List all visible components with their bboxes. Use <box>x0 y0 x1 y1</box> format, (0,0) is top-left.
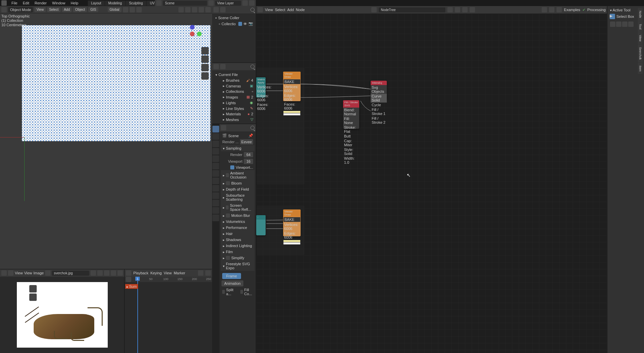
simplify-section[interactable]: ▸ Simplify <box>221 255 255 261</box>
shading-wireframe-icon[interactable] <box>185 7 191 12</box>
file-menu[interactable]: File <box>9 1 20 5</box>
view-menu[interactable]: View <box>34 7 46 12</box>
shield-icon[interactable] <box>447 7 453 12</box>
pivot-icon[interactable] <box>123 7 128 12</box>
intersect-node[interactable]: IntersEq Svg Objects Curve Solid Cycle F… <box>371 81 387 99</box>
collection-item[interactable]: ▫ Collectio 👁 📷 <box>213 21 255 27</box>
overlay-icon[interactable] <box>178 7 184 12</box>
timeline-search-icon[interactable] <box>126 277 131 282</box>
side-tab-sverchok[interactable]: Sverchok <box>638 44 643 63</box>
image-view2-menu[interactable]: View <box>24 271 32 275</box>
outliner-display-mode-icon[interactable] <box>220 7 226 12</box>
node-select-menu[interactable]: Select <box>275 8 285 12</box>
ao-checkbox[interactable] <box>226 173 229 177</box>
fill-stroke-node[interactable]: Fill / Stroke SVG Blend: Normal Fill: No… <box>343 100 359 129</box>
mode-intersect-icon[interactable] <box>628 22 634 27</box>
mesh-grid-object[interactable] <box>22 25 210 141</box>
image-editor-type-icon[interactable] <box>1 270 7 276</box>
sampling-section[interactable]: ▾ Sampling <box>221 145 255 151</box>
timeline-track[interactable]: 50 100 150 200 250 ▸ Sum <box>125 277 212 353</box>
node-canvas[interactable]: Matrix Apply Vertices: 6006 Edges: 6006 … <box>256 13 607 353</box>
scene-properties-tab[interactable] <box>212 148 219 155</box>
image-users-icon[interactable] <box>91 270 96 276</box>
perspective-icon[interactable] <box>201 72 209 80</box>
fill-checkbox[interactable] <box>240 290 243 294</box>
render-menu[interactable]: Render <box>32 1 49 5</box>
film-section[interactable]: ▸ Film <box>221 249 255 255</box>
search-icon[interactable] <box>250 65 255 69</box>
nodetree-unlink-button[interactable] <box>462 7 468 12</box>
keying-menu[interactable]: Keying <box>150 271 162 275</box>
hair-section[interactable]: ▸ Hair <box>221 231 255 237</box>
image-new-button[interactable] <box>97 270 103 276</box>
edit-menu[interactable]: Edit <box>20 1 32 5</box>
image-zoom-icon[interactable] <box>29 285 37 292</box>
viewlayer-properties-tab[interactable] <box>212 141 219 147</box>
image-unlink-button[interactable] <box>111 270 116 276</box>
images-item[interactable]: ▸ Images ▦2 <box>213 94 255 100</box>
linestyles-item[interactable]: ▸ Line Styles ✎ <box>213 106 255 111</box>
summary-marker[interactable]: ▸ Sum <box>125 284 138 289</box>
freestyle-section[interactable]: ▾ Freestyle SVG Expo <box>221 261 255 271</box>
collections-item[interactable]: ▸ Collections ▫ <box>213 89 255 94</box>
meshes-item[interactable]: ▸ Meshes ▽ <box>213 117 255 122</box>
window-menu[interactable]: Window <box>49 1 68 5</box>
mode-select[interactable]: Object Mode <box>8 7 33 12</box>
eye-icon[interactable]: 👁 <box>243 22 247 26</box>
shading-rendered-icon[interactable] <box>205 7 211 12</box>
editor-type-icon[interactable] <box>1 7 7 12</box>
motion-blur-section[interactable]: ▸ Motion Blur <box>221 212 255 219</box>
snap-icon[interactable] <box>130 7 135 12</box>
search-icon[interactable] <box>250 126 255 130</box>
workspace-tab-modeling[interactable]: Modeling <box>105 1 126 6</box>
examples-menu[interactable]: Examples <box>564 8 580 12</box>
node-option3-icon[interactable] <box>556 7 562 12</box>
image-viewport[interactable] <box>0 277 124 353</box>
node-option2-icon[interactable] <box>549 7 554 12</box>
image-browse-icon[interactable] <box>45 270 50 276</box>
bloom-checkbox[interactable] <box>226 181 230 185</box>
split-checkbox[interactable] <box>222 290 225 294</box>
current-file-item[interactable]: ▾ Current File <box>213 72 255 78</box>
scene-collection-item[interactable]: ▪ Scene Coller <box>213 15 255 21</box>
side-tab-tool[interactable]: Tool <box>638 21 643 32</box>
image-filename-input[interactable]: sverchok.jpg <box>52 271 89 276</box>
render-samples-input[interactable]: 64 <box>244 152 253 157</box>
camera-render-icon[interactable]: 📷 <box>248 22 253 26</box>
outliner-data-mode-icon[interactable] <box>220 64 226 69</box>
mode-subtract-icon[interactable] <box>622 22 628 27</box>
camera-icon[interactable] <box>201 64 209 71</box>
animation-button[interactable]: Animation <box>222 280 243 286</box>
volumetrics-section[interactable]: ▸ Volumetrics <box>221 219 255 225</box>
node-view-menu[interactable]: View <box>265 8 273 12</box>
object-menu[interactable]: Object <box>73 7 87 12</box>
teal-node-2[interactable]: · <box>256 215 266 235</box>
properties-type-icon[interactable] <box>221 125 226 130</box>
image-mode-icon[interactable] <box>8 270 13 276</box>
side-tab-view[interactable]: View <box>638 32 643 44</box>
mode-new-icon[interactable] <box>610 22 615 27</box>
image-open-button[interactable] <box>104 270 109 276</box>
node-editor-type-icon[interactable] <box>258 7 263 12</box>
render-properties-tab[interactable] <box>212 126 219 132</box>
playback-menu[interactable]: Playback <box>133 271 148 275</box>
viewlayer-input[interactable]: View Layer <box>215 1 241 6</box>
matrix-apply-node[interactable]: Matrix Apply Vertices: 6006 Edges: 6006 … <box>256 77 266 97</box>
viewlayer-icon[interactable] <box>208 0 214 6</box>
pan-icon[interactable] <box>201 55 209 63</box>
transform-orientation[interactable]: Global <box>108 7 122 12</box>
marker-menu[interactable]: Marker <box>174 271 185 275</box>
constraint-properties-tab[interactable] <box>212 192 219 199</box>
nodetree-name-input[interactable]: NodeTree <box>379 7 445 12</box>
z-axis-icon[interactable] <box>190 25 195 30</box>
timeline-editor-type-icon[interactable] <box>126 270 131 276</box>
proportional-icon[interactable] <box>136 7 142 12</box>
scene-icon[interactable] <box>156 0 162 6</box>
ssr-section[interactable]: ▸ Screen Space Refl... <box>221 202 255 212</box>
timeline-view-menu[interactable]: View <box>164 271 172 275</box>
side-tab-node[interactable]: Node <box>638 8 643 21</box>
gis-menu[interactable]: GIS <box>88 7 98 12</box>
viewer-draw-node-2[interactable]: Viewer Draw BAKE Vertices: 6006 Edges: 6… <box>283 209 301 236</box>
cameras-item[interactable]: ▸ Cameras ▣ <box>213 83 255 89</box>
object-properties-tab[interactable] <box>212 163 219 169</box>
